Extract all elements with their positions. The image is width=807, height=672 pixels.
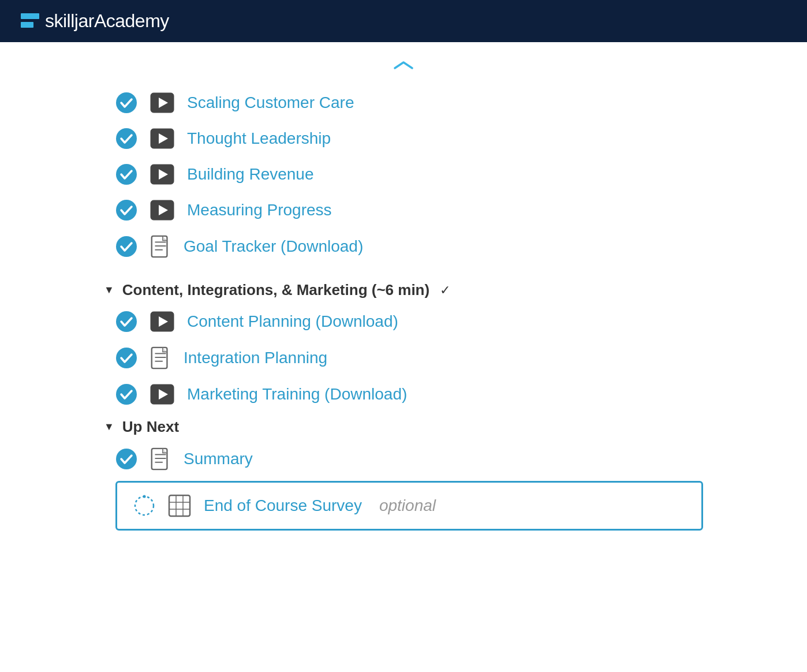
svg-point-12 xyxy=(116,236,137,257)
list-item[interactable]: Scaling Customer Care xyxy=(115,85,703,121)
main-content: Scaling Customer Care Thought Leadership xyxy=(0,42,807,548)
item-label: Goal Tracker (Download) xyxy=(184,237,363,256)
video-type-icon xyxy=(150,311,174,332)
survey-item-label: End of Course Survey xyxy=(204,496,362,515)
svg-point-9 xyxy=(116,200,137,221)
list-item[interactable]: Content Planning (Download) xyxy=(115,304,703,339)
section-up-next-header[interactable]: ▼ Up Next xyxy=(104,412,703,440)
completed-check-icon xyxy=(115,128,137,150)
svg-point-20 xyxy=(116,348,137,368)
list-item[interactable]: Thought Leadership xyxy=(115,121,703,156)
completed-check-icon xyxy=(115,448,137,470)
item-label: Marketing Training (Download) xyxy=(187,385,407,404)
header-title: skilljarAcademy xyxy=(45,10,169,32)
svg-point-25 xyxy=(116,384,137,405)
svg-point-0 xyxy=(116,92,137,113)
completed-check-icon xyxy=(115,383,137,405)
completed-check-icon xyxy=(115,163,137,185)
video-type-icon xyxy=(150,128,174,149)
scroll-up-indicator[interactable] xyxy=(104,59,703,73)
item-label: Integration Planning xyxy=(184,349,327,367)
video-type-icon xyxy=(150,200,174,221)
logo-bar-top xyxy=(21,13,39,19)
item-label: Summary xyxy=(184,450,253,468)
doc-type-icon xyxy=(150,235,171,258)
item-label: Scaling Customer Care xyxy=(187,94,354,112)
list-item[interactable]: Building Revenue xyxy=(115,156,703,192)
section-content-integrations-items: Content Planning (Download) Integration … xyxy=(104,304,703,412)
survey-type-icon xyxy=(168,494,191,517)
doc-type-icon xyxy=(150,447,171,471)
brand-name: skilljar xyxy=(45,10,94,31)
svg-rect-35 xyxy=(169,495,190,516)
section-up-next-items: Summary End of Course Survey optional xyxy=(104,440,703,531)
video-type-icon xyxy=(150,92,174,113)
doc-type-icon xyxy=(150,346,171,369)
item-label: Thought Leadership xyxy=(187,129,331,148)
list-item[interactable]: Marketing Training (Download) xyxy=(115,376,703,412)
item-label: Building Revenue xyxy=(187,165,314,184)
svg-point-28 xyxy=(116,449,137,469)
list-item[interactable]: Measuring Progress xyxy=(115,192,703,228)
chevron-down-icon: ▼ xyxy=(104,421,114,433)
completed-check-icon xyxy=(115,311,137,333)
up-next-section-title: Up Next xyxy=(122,418,179,436)
list-item[interactable]: Summary xyxy=(115,440,703,477)
section-title: Content, Integrations, & Marketing (~6 m… xyxy=(122,281,429,299)
app-header: skilljarAcademy xyxy=(0,0,807,42)
section-content-integrations-header[interactable]: ▼ Content, Integrations, & Marketing (~6… xyxy=(104,265,703,304)
completed-check-icon xyxy=(115,236,137,257)
video-type-icon xyxy=(150,164,174,185)
item-label: Measuring Progress xyxy=(187,201,332,219)
top-items-list: Scaling Customer Care Thought Leadership xyxy=(104,85,703,265)
completed-check-icon xyxy=(115,92,137,114)
list-item[interactable]: Goal Tracker (Download) xyxy=(115,228,703,265)
in-progress-circle-icon xyxy=(133,495,155,517)
logo-bar-bottom xyxy=(21,22,33,28)
academy-name: Academy xyxy=(94,10,169,31)
section-completed-check: ✓ xyxy=(440,283,450,298)
video-type-icon xyxy=(150,384,174,405)
svg-point-6 xyxy=(116,164,137,185)
svg-point-34 xyxy=(143,495,146,498)
svg-point-3 xyxy=(116,128,137,149)
completed-check-icon xyxy=(115,347,137,369)
svg-point-33 xyxy=(135,496,154,515)
optional-label: optional xyxy=(379,496,436,515)
svg-point-17 xyxy=(116,311,137,332)
end-of-course-survey-item[interactable]: End of Course Survey optional xyxy=(115,481,703,531)
item-label: Content Planning (Download) xyxy=(187,312,398,331)
logo-icon xyxy=(21,13,39,29)
completed-check-icon xyxy=(115,199,137,221)
list-item[interactable]: Integration Planning xyxy=(115,339,703,376)
chevron-down-icon: ▼ xyxy=(104,284,114,296)
